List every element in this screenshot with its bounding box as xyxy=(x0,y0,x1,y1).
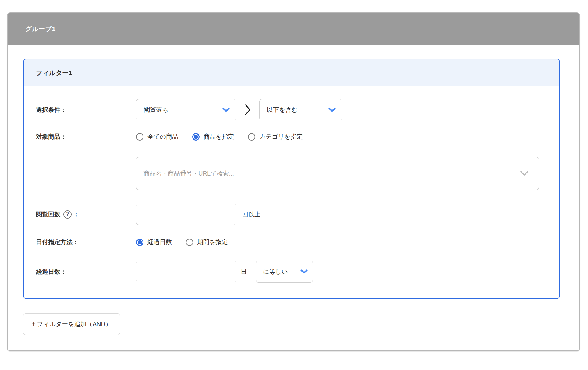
view-count-label-text: 閲覧回数 xyxy=(36,210,60,219)
chevron-down-icon xyxy=(328,108,336,112)
view-count-colon: ： xyxy=(73,210,79,219)
condition-type-select[interactable]: 閲覧落ち xyxy=(136,99,236,120)
radio-circle-selected-icon[interactable] xyxy=(192,133,200,141)
target-products-label: 対象商品： xyxy=(36,133,136,141)
condition-label: 選択条件： xyxy=(36,106,136,114)
add-filter-button[interactable]: + フィルターを追加（AND） xyxy=(23,313,120,335)
match-type-select[interactable]: 以下を含む xyxy=(259,99,342,120)
comparator-select[interactable]: に等しい xyxy=(256,261,313,283)
view-count-suffix: 回以上 xyxy=(242,210,260,219)
filter-title: フィルター1 xyxy=(36,69,72,77)
view-count-input[interactable] xyxy=(136,204,236,225)
view-count-label: 閲覧回数 ? ： xyxy=(36,210,136,219)
chevron-right-icon xyxy=(244,104,251,116)
target-products-radio-group: 全ての商品 商品を指定 カテゴリを指定 xyxy=(136,133,303,141)
group-header: グループ1 xyxy=(8,13,579,45)
radio-circle-icon[interactable] xyxy=(136,133,143,141)
date-method-row: 日付指定方法： 経過日数 期間を指定 xyxy=(36,238,540,246)
group-card: グループ1 フィルター1 選択条件： 閲覧落ち xyxy=(7,12,580,351)
radio-elapsed-days[interactable]: 経過日数 xyxy=(136,238,172,246)
radio-specify-category[interactable]: カテゴリを指定 xyxy=(248,133,303,141)
filter-header: フィルター1 xyxy=(24,59,559,86)
chevron-down-icon xyxy=(300,269,308,274)
date-method-label: 日付指定方法： xyxy=(36,238,136,246)
view-count-row: 閲覧回数 ? ： 回以上 xyxy=(36,204,540,225)
product-search-input[interactable] xyxy=(136,157,539,190)
product-search-combobox xyxy=(136,157,539,190)
radio-specify-products[interactable]: 商品を指定 xyxy=(192,133,234,141)
elapsed-days-unit: 日 xyxy=(241,268,247,276)
chevron-down-icon[interactable] xyxy=(520,171,529,176)
match-type-value: 以下を含む xyxy=(267,106,298,114)
help-icon[interactable]: ? xyxy=(63,210,72,219)
group-title: グループ1 xyxy=(25,25,56,33)
chevron-down-icon xyxy=(222,108,230,112)
radio-circle-icon[interactable] xyxy=(186,239,193,246)
target-products-row: 対象商品： 全ての商品 商品を指定 カテゴリを指定 xyxy=(36,133,540,141)
condition-row: 選択条件： 閲覧落ち 以下を含む xyxy=(36,99,540,120)
radio-specify-period[interactable]: 期間を指定 xyxy=(186,238,228,246)
radio-specify-period-label: 期間を指定 xyxy=(197,238,228,246)
date-method-radio-group: 経過日数 期間を指定 xyxy=(136,238,228,246)
radio-specify-category-label: カテゴリを指定 xyxy=(259,133,303,141)
radio-all-products-label: 全ての商品 xyxy=(147,133,178,141)
filter-body: 選択条件： 閲覧落ち 以下を含む xyxy=(24,86,559,298)
radio-circle-icon[interactable] xyxy=(248,133,255,141)
elapsed-days-input[interactable] xyxy=(136,261,236,282)
radio-specify-products-label: 商品を指定 xyxy=(204,133,234,141)
radio-circle-selected-icon[interactable] xyxy=(136,239,143,246)
comparator-value: に等しい xyxy=(263,268,288,276)
product-search-row xyxy=(36,157,540,190)
elapsed-days-label: 経過日数： xyxy=(36,268,136,276)
radio-all-products[interactable]: 全ての商品 xyxy=(136,133,178,141)
radio-elapsed-days-label: 経過日数 xyxy=(147,238,172,246)
condition-arrow-separator xyxy=(244,104,251,116)
filter-card: フィルター1 選択条件： 閲覧落ち 以下を含む xyxy=(23,59,560,299)
condition-type-value: 閲覧落ち xyxy=(144,106,168,114)
elapsed-days-row: 経過日数： 日 に等しい xyxy=(36,261,540,283)
